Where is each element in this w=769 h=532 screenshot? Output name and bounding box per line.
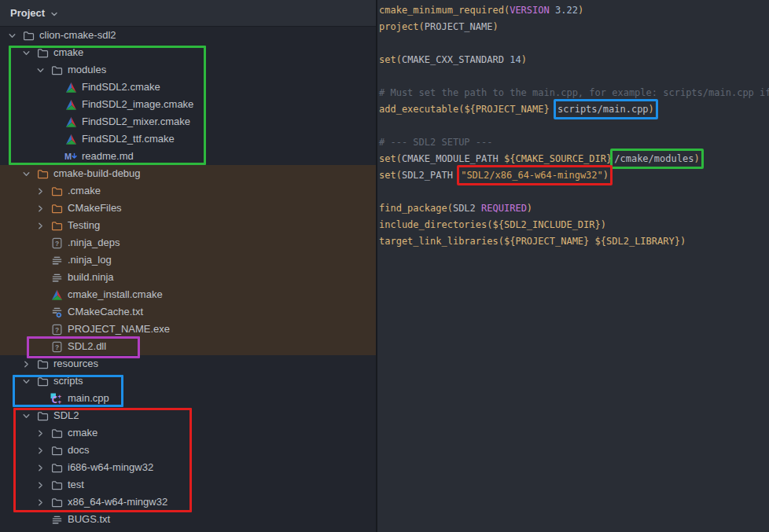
tree-item-clion-cmake-sdl2[interactable]: clion-cmake-sdl2 <box>0 27 376 44</box>
code-token <box>499 153 504 164</box>
tree-item-i686-w64-mingw32[interactable]: i686-w64-mingw32 <box>0 459 376 476</box>
code-token: ) <box>527 203 532 214</box>
chevron-right-icon[interactable] <box>35 461 50 474</box>
chevron-right-icon[interactable] <box>35 427 50 439</box>
chevron-down-icon[interactable] <box>6 29 22 42</box>
code-line[interactable] <box>379 184 769 200</box>
cpp-file-icon: C++ <box>50 392 63 405</box>
tree-item-x86-64-w64-mingw32[interactable]: x86_64-w64-mingw32 <box>0 493 376 511</box>
code-token: PROJECT_NAME <box>425 21 493 32</box>
code-line[interactable] <box>379 68 769 85</box>
tree-item-sdl2[interactable]: SDL2 <box>0 407 376 424</box>
code-token: # Must set the path to the main.cpp, for… <box>379 87 769 98</box>
chevron-spacer <box>35 513 50 526</box>
tree-item-label: build.ninja <box>68 269 114 286</box>
svg-text:C: C <box>51 394 57 405</box>
code-line[interactable]: find_package(SDL2 REQUIRED) <box>379 200 769 217</box>
tree-item-cmakefiles[interactable]: CMakeFiles <box>0 200 376 217</box>
code-line[interactable]: include_directories(${SDL2_INCLUDE_DIR}) <box>379 217 769 233</box>
folder-icon <box>36 46 49 59</box>
code-line[interactable] <box>379 118 769 134</box>
tree-item-ninja-log[interactable]: .ninja_log <box>0 251 376 269</box>
code-token: "SDL2/x86_64-w64-mingw32" <box>461 170 603 181</box>
tree-item-label: scripts <box>53 372 83 390</box>
chevron-spacer <box>49 116 64 128</box>
tree-item-findsdl2-mixer-cmake[interactable]: FindSDL2_mixer.cmake <box>0 113 376 130</box>
chevron-right-icon[interactable] <box>35 202 50 215</box>
chevron-right-icon[interactable] <box>35 185 50 197</box>
chevron-down-icon[interactable] <box>20 167 36 180</box>
code-token: find_package( <box>379 203 453 214</box>
code-line[interactable]: target_link_libraries(${PROJECT_NAME} ${… <box>379 233 769 250</box>
chevron-down-icon[interactable] <box>20 46 36 59</box>
tree-item-cmakecache-txt[interactable]: CMakeCache.txt <box>0 303 376 321</box>
folder-icon <box>50 64 63 76</box>
tree-item-resources[interactable]: resources <box>0 355 376 372</box>
text-gear-icon <box>50 306 63 318</box>
code-token: SDL2_PATH <box>402 170 453 181</box>
text-file-icon <box>50 271 63 284</box>
code-line[interactable]: project(PROJECT_NAME) <box>379 19 769 35</box>
cmake-icon <box>64 81 77 94</box>
code-token: CMAKE_CXX_STANDARD <box>402 54 504 65</box>
chevron-right-icon[interactable] <box>35 219 50 232</box>
tree-item-cmake-build-debug[interactable]: cmake-build-debug <box>0 165 376 182</box>
editor-panel[interactable]: cmake_minimum_required(VERSION 3.22)proj… <box>377 0 769 532</box>
tree-item-docs[interactable]: docs <box>0 442 376 459</box>
cmake-icon <box>64 98 77 111</box>
code-line[interactable]: # --- SDL2 SETUP --- <box>379 134 769 151</box>
tree-item-sdl2-dll[interactable]: ?SDL2.dll <box>0 338 376 355</box>
tree-item-label: cmake <box>53 44 83 61</box>
tree-item-cmake[interactable]: .cmake <box>0 182 376 200</box>
tree-item-scripts[interactable]: scripts <box>0 372 376 390</box>
chevron-down-icon[interactable] <box>20 409 36 422</box>
chevron-down-icon[interactable] <box>35 64 50 76</box>
chevron-right-icon[interactable] <box>20 358 36 370</box>
tree-item-label: .ninja_deps <box>68 234 120 251</box>
chevron-right-icon[interactable] <box>35 496 50 508</box>
tree-item-findsdl2-ttf-cmake[interactable]: FindSDL2_ttf.cmake <box>0 130 376 148</box>
tree-item-readme-md[interactable]: Mreadme.md <box>0 148 376 165</box>
annotation-inline-box-green: /cmake/modules) <box>610 149 703 169</box>
chevron-down-icon <box>50 9 59 19</box>
code-line[interactable]: set(CMAKE_CXX_STANDARD 14) <box>379 52 769 68</box>
folder-icon <box>50 444 63 457</box>
chevron-right-icon[interactable] <box>35 444 50 457</box>
tree-item-ninja-deps[interactable]: ?.ninja_deps <box>0 234 376 251</box>
tree-item-cmake[interactable]: cmake <box>0 44 376 61</box>
tree-item-modules[interactable]: modules <box>0 61 376 79</box>
code-token: ${SDL2_INCLUDE_DIR} <box>493 219 601 230</box>
tree-item-label: clion-cmake-sdl2 <box>39 27 116 44</box>
folder-icon <box>50 427 63 439</box>
folder-icon <box>50 219 63 232</box>
tree-item-build-ninja[interactable]: build.ninja <box>0 269 376 286</box>
tree-item-findsdl2-image-cmake[interactable]: FindSDL2_image.cmake <box>0 96 376 113</box>
code-line[interactable]: add_executable(${PROJECT_NAME} scripts/m… <box>379 101 769 118</box>
tree-item-label: FindSDL2_image.cmake <box>82 96 193 113</box>
code-token: ) <box>601 219 606 230</box>
code-line[interactable]: set(SDL2_PATH "SDL2/x86_64-w64-mingw32") <box>379 167 769 184</box>
tree-item-cmake-install-cmake[interactable]: cmake_install.cmake <box>0 286 376 303</box>
project-panel-header[interactable]: Project <box>0 0 376 27</box>
chevron-spacer <box>35 271 50 284</box>
tree-item-bugs-txt[interactable]: BUGS.txt <box>0 511 376 528</box>
code-token: ${CMAKE_SOURCE_DIR} <box>504 153 612 164</box>
code-token: project( <box>379 21 425 32</box>
tree-item-main-cpp[interactable]: C++main.cpp <box>0 390 376 407</box>
unknown-file-icon: ? <box>50 340 63 353</box>
tree-item-label: resources <box>53 355 98 372</box>
tree-item-cmake[interactable]: cmake <box>0 424 376 442</box>
code-line[interactable] <box>379 35 769 52</box>
folder-icon <box>36 358 49 370</box>
folder-icon <box>50 496 63 508</box>
tree-item-test[interactable]: test <box>0 476 376 493</box>
chevron-right-icon[interactable] <box>35 479 50 491</box>
chevron-down-icon[interactable] <box>20 375 36 387</box>
project-panel: Project clion-cmake-sdl2cmakemodulesFind… <box>0 0 376 532</box>
code-line[interactable]: cmake_minimum_required(VERSION 3.22) <box>379 2 769 19</box>
tree-item-testing[interactable]: Testing <box>0 217 376 234</box>
tree-item-findsdl2-cmake[interactable]: FindSDL2.cmake <box>0 79 376 96</box>
folder-icon <box>36 375 49 387</box>
code-token: ${PROJECT_NAME} <box>504 236 589 247</box>
tree-item-project-name-exe[interactable]: ?PROJECT_NAME.exe <box>0 321 376 338</box>
